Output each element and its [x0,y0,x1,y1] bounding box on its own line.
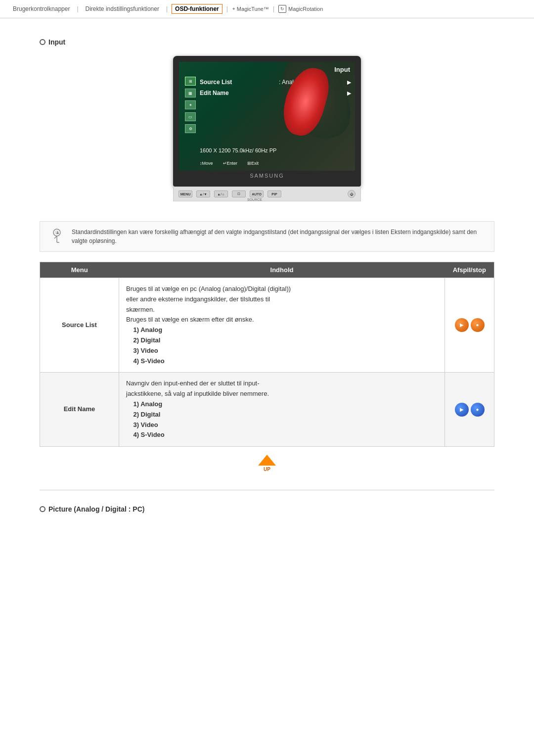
section-input-heading: Input [40,38,494,46]
osd-ctrl-enter: ↵Enter [223,161,238,166]
main-content: Input Input ⊞ ▦ ✶ ▭ ⚙ [0,18,534,543]
osd-title: Input [334,66,350,73]
menu-cell-editname: Edit Name [40,373,119,447]
input-button[interactable]: ⊡ [232,190,246,197]
content-cell-source: Bruges til at vælge en pc (Analog (analo… [119,278,445,373]
up-arrow-head [258,455,276,466]
osd-icons: ⊞ ▦ ✶ ▭ ⚙ [185,77,196,133]
osd-icon-picture: ▦ [185,89,196,97]
nav-item-brugerkontrolknapper[interactable]: Brugerkontrolknapper [10,4,73,13]
menu-button[interactable]: MENU [178,190,192,197]
osd-menu-content: Source List : Analog ▶ Edit Name ▶ [200,77,351,98]
monitor-illustration: Input ⊞ ▦ ✶ ▭ ⚙ Source List [40,56,494,201]
monitor-wrapper: Input ⊞ ▦ ✶ ▭ ⚙ Source List [168,56,366,201]
osd-ctrl-move: ↕Move [200,161,213,166]
source-label-text: SOURCE [247,198,262,201]
data-table: Menu Indhold Afspil/stop Source List Bru… [40,262,494,447]
note-text: Standardindstillingen kan være forskelli… [72,228,486,245]
osd-editname-label: Edit Name [200,90,229,96]
osd-icon-color: ✶ [185,100,196,109]
nav-item-osd[interactable]: OSD-funktioner [172,4,222,14]
bottom-section: Picture (Analog / Digital : PC) [40,490,494,513]
nav-item-magicrotation[interactable]: ↻ MagicRotation [278,5,323,13]
menu-cell-source: Source List [40,278,119,373]
power-button[interactable]: ⏻ [348,190,356,198]
osd-controls: ↕Move ↵Enter ⊞Exit [200,161,351,166]
play-btn-editname-2[interactable]: ● [471,403,485,417]
section-input-label: Input [48,38,65,46]
osd-row-source: Source List : Analog ▶ [200,77,351,88]
nav-sep-3: | [226,5,228,12]
playback-btns-source: ▶ ● [452,318,487,332]
osd-arrow-editname: ▶ [347,90,351,96]
th-playback: Afspil/stop [445,262,494,278]
top-navigation: Brugerkontrolknapper | Direkte indstilli… [0,0,534,18]
button-group-menu: MENU [178,190,192,197]
playback-btns-editname: ▶ ● [452,403,487,417]
nav-item-magictune[interactable]: ✦ MagicTune™ [232,6,269,12]
section-picture-label: Picture (Analog / Digital : PC) [48,505,144,513]
up-arrow-container: UP [40,447,494,480]
osd-icon-input: ⊞ [185,77,196,86]
table-row-source: Source List Bruges til at vælge en pc (A… [40,278,494,373]
svg-text:♟: ♟ [56,231,59,235]
playback-cell-editname: ▶ ● [445,373,494,447]
pip-button[interactable]: PIP [267,190,281,197]
osd-icon-size: ▭ [185,112,196,121]
play-btn-source-1[interactable]: ▶ [455,318,469,332]
osd-overlay: Input ⊞ ▦ ✶ ▭ ⚙ Source List [179,62,355,171]
adjust-button[interactable]: ▲/☼ [214,190,228,197]
up-arrow-label: UP [264,467,270,472]
auto-button[interactable]: AUTO [250,190,264,197]
play-btn-editname-1[interactable]: ▶ [455,403,469,417]
osd-icon-setup: ⚙ [185,124,196,133]
monitor-frame: Input ⊞ ▦ ✶ ▭ ⚙ Source List [173,56,361,187]
note-icon: ♟ [48,228,66,245]
content-cell-editname: Navngiv den input-enhed der er sluttet t… [119,373,445,447]
bullet-icon-2 [40,506,45,512]
osd-resolution: 1600 X 1200 75.0kHz/ 60Hz PP [200,147,276,153]
nav-item-direkte[interactable]: Direkte indstillingsfunktioner [83,4,162,13]
th-content: Indhold [119,262,445,278]
table-row-editname: Edit Name Navngiv den input-enhed der er… [40,373,494,447]
osd-source-value: : Analog [279,79,300,86]
monitor-screen: Input ⊞ ▦ ✶ ▭ ⚙ Source List [179,62,355,171]
monitor-brand: SAMSUNG [179,171,355,181]
osd-ctrl-exit: ⊞Exit [247,161,259,166]
rotation-icon: ↻ [278,5,286,13]
osd-source-label: Source List [200,79,232,86]
bullet-icon [40,39,45,45]
monitor-bottom-bar: MENU ▲/▼ ▲/☼ ⊡ AUTO PIP ⏻ SOURCE [173,187,361,201]
section-picture-heading: Picture (Analog / Digital : PC) [40,505,494,513]
play-btn-source-2[interactable]: ● [471,318,485,332]
osd-arrow-source: ▶ [347,79,351,86]
brightness-button[interactable]: ▲/▼ [196,190,210,197]
osd-row-editname: Edit Name ▶ [200,88,351,98]
nav-sep-2: | [166,5,168,12]
note-box: ♟ Standardindstillingen kan være forskel… [40,221,494,252]
up-arrow[interactable]: UP [258,455,276,472]
nav-sep-4: | [273,5,274,12]
playback-cell-source: ▶ ● [445,278,494,373]
nav-sep-1: | [77,5,78,12]
th-menu: Menu [40,262,119,278]
